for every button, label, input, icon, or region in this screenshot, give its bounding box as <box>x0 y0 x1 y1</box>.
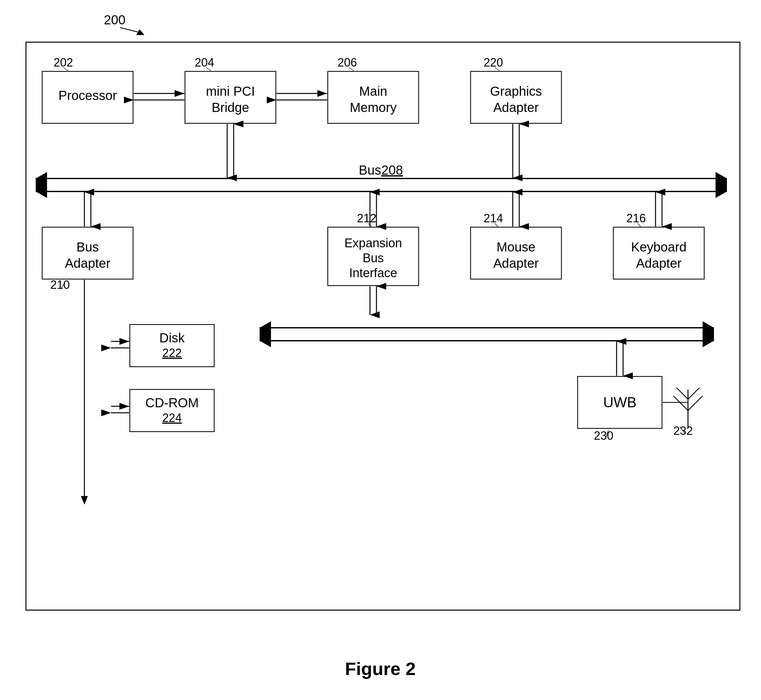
main-memory-label-2: Memory <box>350 100 397 114</box>
disk-ref: 222 <box>162 346 182 359</box>
mouse-adapter-label-2: Adapter <box>493 256 539 270</box>
figure-number-label: 200 <box>104 12 126 27</box>
expansion-bus-label-1: Expansion <box>344 236 402 250</box>
graphics-adapter-label-2: Adapter <box>493 100 539 114</box>
cdrom-ref: 224 <box>162 411 182 425</box>
mini-pci-bridge-label-1: mini PCI <box>206 84 255 98</box>
svg-line-0 <box>120 28 139 33</box>
ref-210: 210 <box>50 278 70 291</box>
cdrom-label: CD-ROM <box>145 395 198 410</box>
ref-202: 202 <box>53 56 73 69</box>
ref-204: 204 <box>195 56 214 69</box>
processor-label: Processor <box>58 88 117 103</box>
ref-220: 220 <box>484 56 503 69</box>
uwb-label: UWB <box>603 394 637 410</box>
ref-216: 216 <box>626 212 646 225</box>
diagram: 200 Processor 202 mini PCI Bridge 204 Ma… <box>0 0 761 700</box>
mouse-adapter-label-1: Mouse <box>497 240 536 254</box>
figure-caption: Figure 2 <box>345 658 416 679</box>
keyboard-adapter-label-2: Adapter <box>636 256 681 270</box>
bus-label: Bus <box>359 163 381 177</box>
ref-214: 214 <box>484 212 503 225</box>
mini-pci-bridge-label-2: Bridge <box>212 100 249 114</box>
ref-230: 230 <box>594 429 613 442</box>
disk-label: Disk <box>159 331 185 345</box>
bus-ref: 208 <box>381 163 403 177</box>
expansion-bus-label-2: Bus <box>363 251 384 265</box>
ref-212: 212 <box>357 212 377 225</box>
bus-adapter-label-2: Adapter <box>65 256 110 270</box>
ref-206: 206 <box>338 56 357 69</box>
main-memory-label-1: Main <box>359 84 388 98</box>
keyboard-adapter-label-1: Keyboard <box>631 240 686 254</box>
bus-adapter-label-1: Bus <box>77 240 99 254</box>
expansion-bus-label-3: Interface <box>349 266 397 280</box>
graphics-adapter-label-1: Graphics <box>490 84 542 98</box>
